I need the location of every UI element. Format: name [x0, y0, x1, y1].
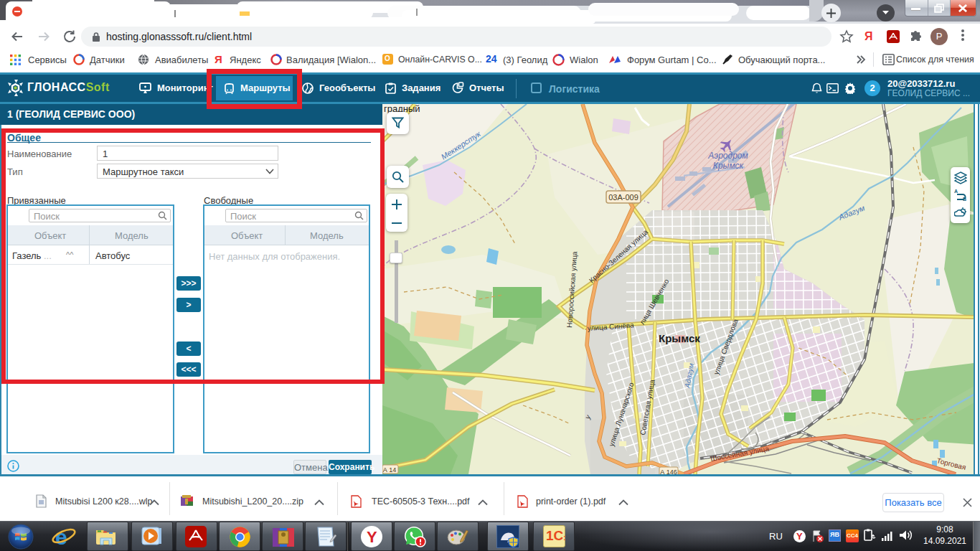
svg-text:e: e: [55, 525, 67, 549]
svg-text:А 14: А 14: [383, 466, 397, 474]
svg-text:A: A: [954, 189, 958, 194]
svg-text:Крымск: Крымск: [659, 332, 700, 344]
svg-text:03А-009: 03А-009: [608, 193, 639, 202]
svg-text:А 146: А 146: [660, 468, 677, 474]
svg-text:Крымск: Крымск: [713, 161, 745, 171]
svg-text:Аэродром: Аэродром: [707, 151, 748, 161]
